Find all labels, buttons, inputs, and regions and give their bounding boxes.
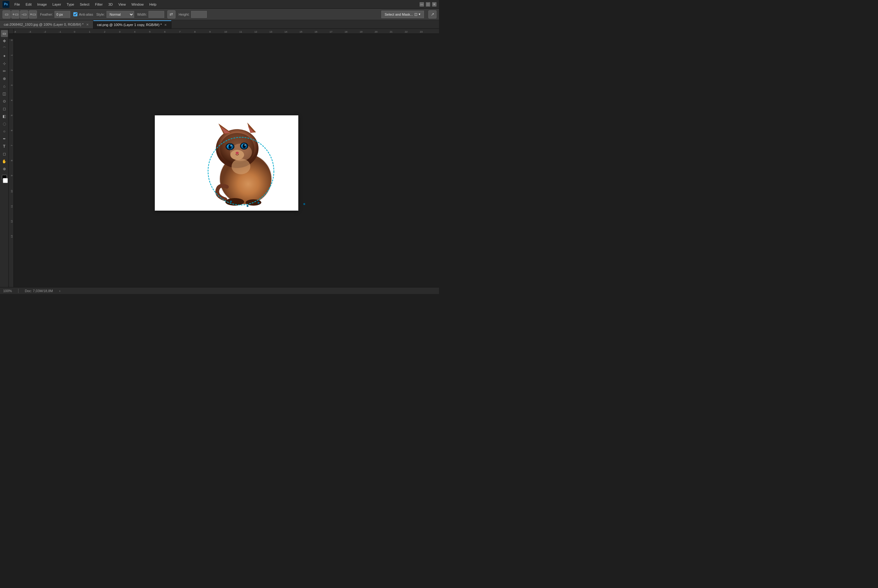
ruler-mark-h-15: 11 xyxy=(240,30,242,33)
menu-help[interactable]: Help xyxy=(147,2,159,7)
new-selection-btn[interactable]: ▭ xyxy=(3,10,10,18)
zoom-tool-btn[interactable]: ⊕ xyxy=(1,165,8,172)
feather-input[interactable] xyxy=(54,11,70,18)
ruler-mark-v-6: 6 xyxy=(10,130,13,131)
ruler-mark-v-5: 5 xyxy=(10,115,13,116)
menu-edit[interactable]: Edit xyxy=(23,2,34,7)
intersect-selection-btn[interactable]: ×▭ xyxy=(29,10,37,18)
maximize-button[interactable]: □ xyxy=(426,2,430,7)
svg-point-19 xyxy=(232,159,250,174)
ruler-mark-h-1: -3 xyxy=(29,30,31,33)
brush-tool-btn[interactable]: ⌂ xyxy=(1,83,8,90)
selection-dot-1 xyxy=(230,201,232,202)
style-label: Style: xyxy=(96,12,105,16)
menu-select[interactable]: Select xyxy=(77,2,92,7)
menu-layer[interactable]: Layer xyxy=(50,2,64,7)
quick-select-tool-btn[interactable]: ✦ xyxy=(1,52,8,60)
menu-bar: File Edit Image Layer Type Select Filter… xyxy=(12,2,159,7)
marquee-tool-btn[interactable]: ▭ xyxy=(1,30,8,37)
clone-tool-btn[interactable]: ◫ xyxy=(1,90,8,97)
text-tool-btn[interactable]: T xyxy=(1,143,8,150)
export-btn[interactable]: ↗ xyxy=(429,10,436,18)
history-tool-btn[interactable]: ⊙ xyxy=(1,98,8,105)
swap-dimensions-btn[interactable]: ⇄ xyxy=(167,10,175,18)
lasso-tool-btn[interactable]: ⌒ xyxy=(1,45,8,52)
status-separator xyxy=(18,289,18,293)
svg-point-20 xyxy=(225,198,244,206)
anti-alias-checkbox[interactable] xyxy=(73,12,77,16)
ruler-top: -4-3-2-101234567891011121314151617181920… xyxy=(9,29,439,34)
menu-image[interactable]: Image xyxy=(35,2,49,7)
menu-file[interactable]: File xyxy=(12,2,22,7)
title-bar: Ps File Edit Image Layer Type Select Fil… xyxy=(0,0,439,9)
shape-tool-btn[interactable]: ◻ xyxy=(1,150,8,158)
ruler-mark-h-11: 7 xyxy=(179,30,180,33)
tab-close-0[interactable]: ✕ xyxy=(85,22,89,27)
pen-tool-btn[interactable]: ✒ xyxy=(1,135,8,142)
tab-cat-png[interactable]: cat.png @ 100% (Layer 1 copy, RGB/8#) * … xyxy=(93,20,172,28)
height-label: Height: xyxy=(178,12,190,16)
ruler-mark-v-4: 4 xyxy=(10,100,13,101)
gradient-tool-btn[interactable]: ◧ xyxy=(1,113,8,120)
ruler-mark-h-13: 9 xyxy=(209,30,211,33)
menu-view[interactable]: View xyxy=(116,2,129,7)
status-arrow[interactable]: › xyxy=(59,289,60,293)
ruler-mark-h-17: 13 xyxy=(270,30,272,33)
menu-3d[interactable]: 3D xyxy=(106,2,115,7)
background-color-btn[interactable] xyxy=(3,178,8,183)
canvas-workspace[interactable] xyxy=(14,39,439,287)
ruler-mark-h-12: 8 xyxy=(194,30,196,33)
ruler-mark-h-4: 0 xyxy=(74,30,75,33)
eyedropper-tool-btn[interactable]: ✏ xyxy=(1,68,8,75)
ruler-mark-v-1: 1 xyxy=(10,54,13,56)
hand-tool-btn[interactable]: ✋ xyxy=(1,158,8,165)
width-input[interactable] xyxy=(148,11,164,18)
ruler-mark-v-9: 9 xyxy=(10,175,13,176)
eraser-tool-btn[interactable]: ◻ xyxy=(1,105,8,112)
heal-tool-btn[interactable]: ⊕ xyxy=(1,75,8,82)
select-and-mask-button[interactable]: Select and Mask... ◫ ▾ xyxy=(381,10,424,18)
crop-tool-btn[interactable]: ⊹ xyxy=(1,60,8,67)
anti-alias-group: Anti-alias xyxy=(73,12,93,16)
selection-dot-3 xyxy=(258,202,259,204)
cat-image xyxy=(200,121,277,206)
canvas-area: -4-3-2-101234567891011121314151617181920… xyxy=(9,29,439,287)
menu-filter[interactable]: Filter xyxy=(93,2,105,7)
width-group: Width: xyxy=(137,11,164,18)
ruler-mark-h-2: -2 xyxy=(44,30,46,33)
ruler-mark-v-11: 11 xyxy=(10,205,13,208)
menu-type[interactable]: Type xyxy=(64,2,77,7)
ruler-mark-h-24: 20 xyxy=(375,30,378,33)
status-bar: 100% Doc: 7,03M/18,8M › xyxy=(0,287,439,294)
ruler-mark-h-10: 6 xyxy=(164,30,165,33)
doc-info: Doc: 7,03M/18,8M xyxy=(25,289,53,293)
height-input[interactable] xyxy=(191,11,207,18)
ruler-mark-v-3: 3 xyxy=(10,85,13,86)
menu-window[interactable]: Window xyxy=(129,2,146,7)
blur-tool-btn[interactable]: ◌ xyxy=(1,120,8,127)
ruler-mark-v-12: 12 xyxy=(10,220,13,223)
dodge-tool-btn[interactable]: ○ xyxy=(1,128,8,135)
tab-label: cat-2068462_1920.jpg @ 100% (Layer 0, RG… xyxy=(4,22,84,26)
ruler-mark-h-22: 18 xyxy=(345,30,348,33)
ruler-mark-h-21: 17 xyxy=(330,30,333,33)
minimize-button[interactable]: — xyxy=(420,2,424,7)
ruler-mark-h-27: 23 xyxy=(420,30,423,33)
tab-close-1[interactable]: ✕ xyxy=(163,23,167,27)
cat-layer xyxy=(200,121,277,206)
ruler-mark-v-8: 8 xyxy=(10,160,13,161)
add-selection-btn[interactable]: +▭ xyxy=(11,10,19,18)
style-select[interactable]: Normal Fixed Ratio Fixed Size xyxy=(106,11,134,18)
ruler-mark-v-13: 13 xyxy=(10,235,13,238)
ruler-mark-v-2: 2 xyxy=(10,70,13,71)
tab-cat-jpg[interactable]: cat-2068462_1920.jpg @ 100% (Layer 0, RG… xyxy=(0,20,93,28)
shape-selection-icons: ▭ +▭ -▭ ×▭ xyxy=(3,10,37,18)
selection-dot-2 xyxy=(247,205,249,207)
subtract-selection-btn[interactable]: -▭ xyxy=(20,10,28,18)
close-button[interactable]: ✕ xyxy=(432,2,436,7)
ruler-mark-h-19: 15 xyxy=(300,30,303,33)
ruler-mark-v-10: 10 xyxy=(10,190,13,193)
ruler-mark-h-23: 19 xyxy=(360,30,363,33)
move-tool-btn[interactable]: ✥ xyxy=(1,38,8,45)
selection-dot-4 xyxy=(303,203,305,205)
